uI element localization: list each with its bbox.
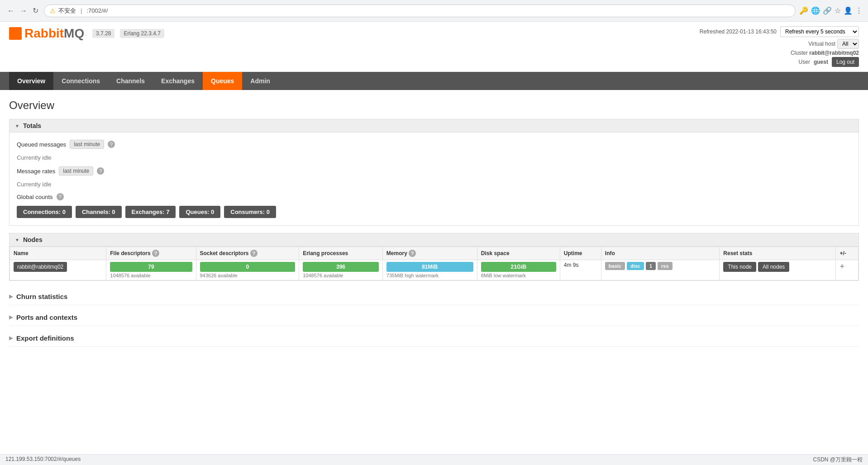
node-name-cell: rabbit@rabbitmq02	[10, 260, 106, 280]
totals-section-header[interactable]: ▼ Totals	[9, 119, 859, 133]
socket-desc-available: 943626 available	[200, 273, 296, 278]
this-node-button[interactable]: This node	[723, 262, 756, 272]
nav-item-queues[interactable]: Queues	[203, 72, 242, 90]
nav-item-channels[interactable]: Channels	[108, 72, 153, 90]
uptime-value: 4m 9s	[564, 262, 579, 268]
disk-low-watermark: 8MiB low watermark	[481, 273, 556, 278]
file-desc-help[interactable]: ?	[152, 250, 159, 257]
user-line: User guest Log out	[700, 57, 859, 67]
ports-label: Ports and contexts	[16, 313, 77, 321]
disk-space-value: 21GiB	[481, 262, 556, 272]
col-erlang-processes: Erlang processes	[299, 247, 383, 260]
expand-icon[interactable]: +	[839, 262, 844, 271]
browser-actions: 🔑 🌐 🔗 ☆ 👤 ⋮	[799, 6, 863, 15]
file-desc-value: 79	[110, 262, 192, 272]
forward-button[interactable]: →	[18, 5, 29, 17]
global-counts-label: Global counts	[17, 194, 53, 200]
consumers-count-badge[interactable]: Consumers: 0	[224, 206, 276, 218]
col-plus-minus: +/-	[836, 247, 858, 260]
ports-arrow-icon: ▶	[9, 314, 13, 320]
translate-icon: 🌐	[811, 6, 820, 15]
table-row: rabbit@rabbitmq02 79 1048576 available 0…	[10, 260, 858, 280]
logo-area: Rabbit MQ . 3.7.28 Erlang 22.3.4.7	[9, 26, 164, 41]
global-counts-help-icon[interactable]: ?	[57, 193, 64, 200]
all-nodes-button[interactable]: All nodes	[758, 262, 789, 272]
file-desc-available: 1048576 available	[110, 273, 192, 278]
memory-help[interactable]: ?	[409, 250, 416, 257]
socket-desc-help[interactable]: ?	[250, 250, 258, 257]
nodes-section-header[interactable]: ▼ Nodes	[9, 233, 859, 247]
socket-desc-cell: 0 943626 available	[196, 260, 299, 280]
col-memory: Memory ?	[382, 247, 477, 260]
export-section: ▶ Export definitions	[9, 330, 859, 347]
last-minute-badge-2[interactable]: last minute	[59, 166, 93, 176]
security-warning-text: 不安全	[58, 7, 76, 15]
share-icon: 🔗	[823, 6, 832, 15]
key-icon: 🔑	[799, 6, 808, 15]
erlang-proc-available: 1048576 available	[303, 273, 379, 278]
erlang-proc-cell: 396 1048576 available	[299, 260, 383, 280]
totals-section: ▼ Totals Queued messages last minute ? C…	[9, 119, 859, 226]
memory-cell: 81MiB 735MiB high watermark	[382, 260, 477, 280]
col-info: Info	[601, 247, 720, 260]
logout-button[interactable]: Log out	[832, 57, 859, 67]
app-header: Rabbit MQ . 3.7.28 Erlang 22.3.4.7 Refre…	[0, 22, 868, 72]
vhost-select[interactable]: All	[837, 39, 859, 49]
nav-item-overview[interactable]: Overview	[9, 72, 53, 90]
totals-section-label: Totals	[23, 122, 41, 129]
global-counts-badges: Connections: 0 Channels: 0 Exchanges: 7 …	[17, 206, 851, 218]
export-arrow-icon: ▶	[9, 335, 13, 341]
last-minute-badge-1[interactable]: last minute	[70, 140, 104, 149]
refresh-select[interactable]: No refreshRefresh every 5 secondsRefresh…	[780, 26, 859, 37]
connections-count-badge[interactable]: Connections: 0	[17, 206, 72, 218]
socket-desc-value: 0	[200, 262, 296, 272]
plus-minus-cell: +	[836, 260, 858, 280]
refresh-timestamp: Refreshed 2022-01-13 16:43:50	[700, 28, 777, 35]
info-badge-disc[interactable]: disc	[627, 262, 644, 270]
user-label: User	[799, 59, 810, 65]
back-button[interactable]: ←	[5, 5, 16, 17]
star-icon: ☆	[835, 6, 841, 15]
browser-nav: ← → ↻	[5, 5, 40, 17]
browser-bar: ← → ↻ ⚠ 不安全 | :7002/#/ 🔑 🌐 🔗 ☆ 👤 ⋮	[0, 0, 868, 22]
erlang-badge: Erlang 22.3.4.7	[120, 29, 164, 38]
address-bar[interactable]: ⚠ 不安全 | :7002/#/	[44, 5, 796, 17]
queues-count-badge[interactable]: Queues: 0	[179, 206, 220, 218]
user-name: guest	[814, 59, 828, 65]
churn-label: Churn statistics	[16, 293, 67, 300]
nodes-arrow-icon: ▼	[15, 237, 19, 242]
export-label: Export definitions	[16, 334, 74, 342]
header-right: Refreshed 2022-01-13 16:43:50 No refresh…	[700, 26, 859, 67]
nodes-section-label: Nodes	[23, 236, 43, 243]
ports-section-header[interactable]: ▶ Ports and contexts	[9, 309, 859, 326]
info-badge-basic[interactable]: basic	[605, 262, 625, 270]
nav-item-admin[interactable]: Admin	[242, 72, 278, 90]
queued-messages-help-icon[interactable]: ?	[108, 141, 115, 148]
nav-item-exchanges[interactable]: Exchanges	[153, 72, 203, 90]
export-section-header[interactable]: ▶ Export definitions	[9, 330, 859, 347]
info-badge-rss[interactable]: rss	[658, 262, 672, 270]
message-rates-row: Message rates last minute ?	[17, 166, 851, 176]
nodes-section: ▼ Nodes Name File descriptors ? Socket d…	[9, 233, 859, 281]
nodes-table-header-row: Name File descriptors ? Socket descripto…	[10, 247, 858, 260]
menu-icon: ⋮	[855, 6, 863, 15]
nav-item-connections[interactable]: Connections	[53, 72, 108, 90]
reload-button[interactable]: ↻	[31, 5, 40, 17]
info-badges: basic disc 1 rss	[605, 262, 716, 270]
currently-idle-2: Currently idle	[17, 181, 851, 188]
cluster-line: Cluster rabbit@rabbitmq02	[700, 50, 859, 56]
channels-count-badge[interactable]: Channels: 0	[76, 206, 122, 218]
version-badge: 3.7.28	[92, 29, 114, 38]
churn-section-header[interactable]: ▶ Churn statistics	[9, 288, 859, 305]
cluster-label: Cluster	[791, 50, 808, 56]
ports-section: ▶ Ports and contexts	[9, 309, 859, 326]
exchanges-count-badge[interactable]: Exchanges: 7	[125, 206, 176, 218]
message-rates-help-icon[interactable]: ?	[97, 167, 104, 175]
refresh-area: Refreshed 2022-01-13 16:43:50 No refresh…	[700, 26, 859, 37]
reset-stats-cell: This node All nodes	[720, 260, 836, 280]
file-desc-cell: 79 1048576 available	[106, 260, 196, 280]
queued-messages-label: Queued messages	[17, 141, 66, 148]
cluster-name: rabbit@rabbitmq02	[809, 50, 859, 56]
info-badge-1[interactable]: 1	[646, 262, 656, 270]
global-counts-row: Global counts ?	[17, 193, 851, 200]
